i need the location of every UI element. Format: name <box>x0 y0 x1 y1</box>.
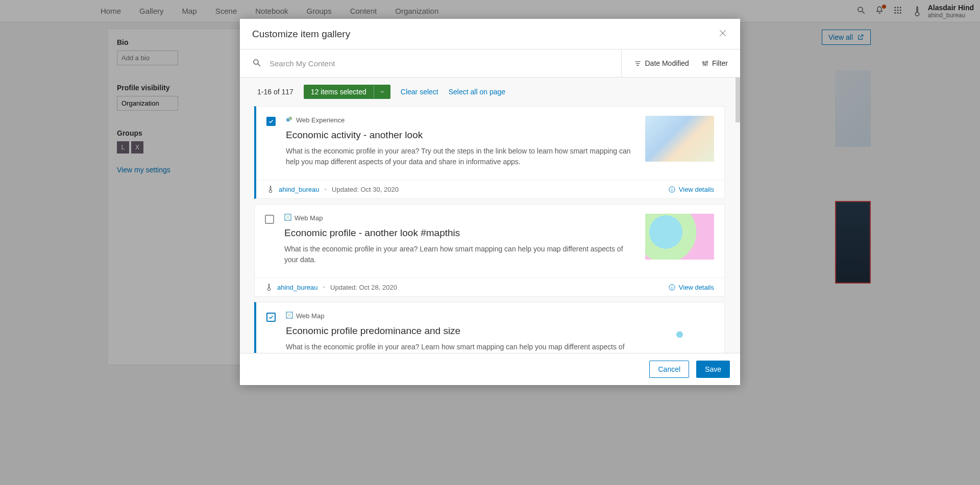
customize-gallery-modal: Customize item gallery Date Modified Fil… <box>240 19 740 22</box>
modal-header: Customize item gallery <box>240 19 740 22</box>
